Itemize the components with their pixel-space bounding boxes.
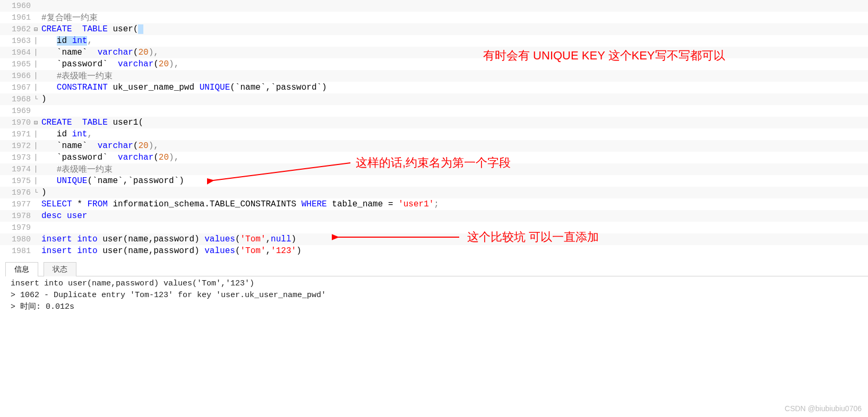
code-line[interactable]: 1966│ #表级唯一约束 <box>0 70 868 82</box>
code-content[interactable]: CREATE TABLE user( <box>41 24 868 34</box>
code-content[interactable]: insert into user(name,password) values('… <box>41 246 868 256</box>
code-content[interactable]: insert into user(name,password) values('… <box>41 234 868 244</box>
code-content[interactable]: #表级唯一约束 <box>41 164 868 175</box>
code-content[interactable]: `name` varchar(20), <box>41 141 868 151</box>
tab-status[interactable]: 状态 <box>44 262 76 276</box>
code-content[interactable]: `name` varchar(20), <box>41 48 868 57</box>
line-number: 1979 <box>0 223 34 232</box>
fold-indicator: │ <box>34 131 41 138</box>
fold-indicator: │ <box>34 84 41 91</box>
code-content[interactable]: ) <box>41 94 868 104</box>
code-content[interactable]: ) <box>41 188 868 197</box>
line-number: 1978 <box>0 212 34 221</box>
code-line[interactable]: 1961#复合唯一约束 <box>0 12 868 23</box>
line-number: 1980 <box>0 235 34 244</box>
code-line[interactable]: 1964│ `name` varchar(20), <box>0 47 868 58</box>
code-line[interactable]: 1969 <box>0 105 868 117</box>
code-content[interactable]: CREATE TABLE user1( <box>41 118 868 127</box>
line-number: 1965 <box>0 60 34 69</box>
line-number: 1964 <box>0 48 34 57</box>
code-line[interactable]: 1975│ UNIQUE(`name`,`password`) <box>0 175 868 187</box>
fold-indicator[interactable]: ⊟ <box>34 25 41 33</box>
fold-indicator: │ <box>34 72 41 80</box>
code-content[interactable]: SELECT * FROM information_schema.TABLE_C… <box>41 199 868 209</box>
fold-indicator: │ <box>34 37 41 45</box>
line-number: 1962 <box>0 25 34 34</box>
output-line: > 时间: 0.012s <box>11 301 863 313</box>
code-content[interactable]: `password` varchar(20), <box>41 153 868 162</box>
code-line[interactable]: 1979 <box>0 222 868 233</box>
fold-indicator: │ <box>34 60 41 68</box>
code-content[interactable]: desc user <box>41 211 868 221</box>
code-line[interactable]: 1965│ `password` varchar(20), <box>0 58 868 70</box>
output-line: insert into user(name,password) values('… <box>11 278 863 290</box>
line-number: 1975 <box>0 177 34 186</box>
code-line[interactable]: 1971│ id int, <box>0 128 868 140</box>
fold-indicator: └ <box>34 95 41 103</box>
code-line[interactable]: 1972│ `name` varchar(20), <box>0 140 868 152</box>
line-number: 1968 <box>0 95 34 104</box>
code-line[interactable]: 1960 <box>0 0 868 12</box>
code-line[interactable]: 1977SELECT * FROM information_schema.TAB… <box>0 198 868 210</box>
code-content[interactable]: `password` varchar(20), <box>41 59 868 69</box>
code-content[interactable]: UNIQUE(`name`,`password`) <box>41 176 868 186</box>
code-line[interactable]: 1967│ CONSTRAINT uk_user_name_pwd UNIQUE… <box>0 82 868 93</box>
output-tabs: 信息 状态 <box>5 262 868 276</box>
code-content[interactable]: CONSTRAINT uk_user_name_pwd UNIQUE(`name… <box>41 83 868 92</box>
output-panel[interactable]: insert into user(name,password) values('… <box>11 278 863 313</box>
line-number: 1972 <box>0 142 34 151</box>
code-line[interactable]: 1980insert into user(name,password) valu… <box>0 233 868 245</box>
code-line[interactable]: 1976└) <box>0 187 868 198</box>
code-line[interactable]: 1981insert into user(name,password) valu… <box>0 245 868 257</box>
fold-indicator: │ <box>34 166 41 173</box>
code-editor[interactable]: 19601961#复合唯一约束1962⊟CREATE TABLE user( 1… <box>0 0 868 257</box>
line-number: 1961 <box>0 13 34 22</box>
code-line[interactable]: 1973│ `password` varchar(20), <box>0 152 868 163</box>
line-number: 1976 <box>0 188 34 197</box>
line-number: 1970 <box>0 118 34 127</box>
fold-indicator: │ <box>34 49 41 56</box>
code-line[interactable]: 1974│ #表级唯一约束 <box>0 163 868 175</box>
line-number: 1967 <box>0 83 34 92</box>
code-line[interactable]: 1963│ id int, <box>0 35 868 47</box>
output-line: > 1062 - Duplicate entry 'Tom-123' for k… <box>11 290 863 301</box>
fold-indicator: │ <box>34 154 41 161</box>
fold-indicator[interactable]: ⊟ <box>34 119 41 127</box>
watermark: CSDN @biubiubiu0706 <box>785 404 862 413</box>
line-number: 1974 <box>0 165 34 174</box>
line-number: 1971 <box>0 130 34 139</box>
code-content[interactable]: #复合唯一约束 <box>41 12 868 23</box>
code-line[interactable]: 1962⊟CREATE TABLE user( <box>0 23 868 35</box>
line-number: 1981 <box>0 247 34 256</box>
fold-indicator: │ <box>34 142 41 150</box>
code-line[interactable]: 1978desc user <box>0 210 868 222</box>
code-content[interactable]: #表级唯一约束 <box>41 71 868 82</box>
line-number: 1963 <box>0 37 34 46</box>
line-number: 1969 <box>0 107 34 116</box>
line-number: 1960 <box>0 2 34 11</box>
tab-info[interactable]: 信息 <box>5 262 38 276</box>
line-number: 1966 <box>0 72 34 81</box>
code-content[interactable]: id int, <box>41 36 868 46</box>
fold-indicator: └ <box>34 189 41 196</box>
code-line[interactable]: 1970⊟CREATE TABLE user1( <box>0 117 868 128</box>
fold-indicator: │ <box>34 177 41 185</box>
code-line[interactable]: 1968└) <box>0 93 868 105</box>
line-number: 1977 <box>0 200 34 209</box>
code-content[interactable]: id int, <box>41 129 868 139</box>
line-number: 1973 <box>0 153 34 162</box>
